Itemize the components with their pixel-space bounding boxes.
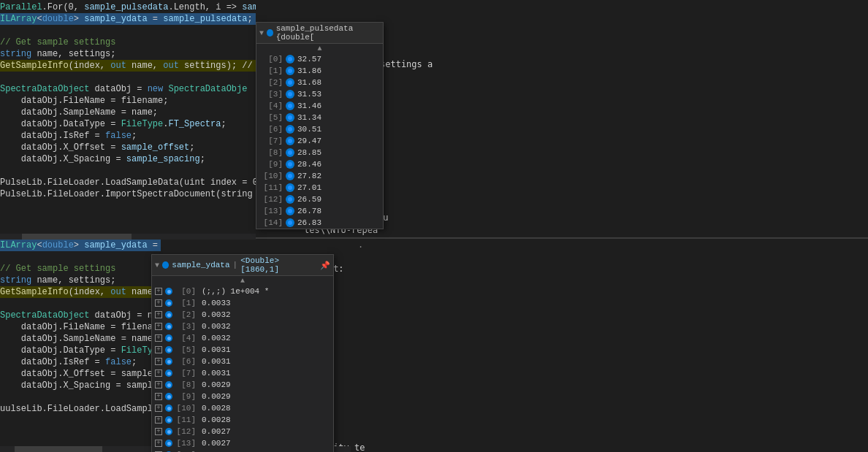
row-index: [4]	[175, 334, 196, 342]
scrollbar-thumb-top[interactable]	[22, 234, 132, 240]
expand-btn[interactable]: +	[155, 405, 162, 412]
tooltip-popup-2[interactable]: ▼ sample_ydata | <Double> [1860,1] 📌 ▲ +…	[151, 254, 334, 452]
tooltip-row: [11] 27.01	[256, 182, 383, 194]
bot-code-line-4: string name, settings;	[0, 275, 161, 286]
expand-btn[interactable]: +	[155, 346, 162, 353]
tooltip-scroll-1: [0] 32.57 [1] 31.86 [2] 31.68 [3] 31.53 …	[256, 53, 383, 229]
row-index: [8]	[175, 380, 196, 389]
tooltip-row: + [8] 0.0029	[152, 379, 333, 391]
expand-btn[interactable]: +	[155, 440, 162, 447]
row-index: [12]	[175, 427, 196, 436]
dot-icon	[286, 183, 294, 192]
tooltip-row: + [14] 0.0027	[152, 449, 333, 452]
row-index: [1]	[175, 299, 196, 307]
row-value: 31.46	[297, 101, 321, 110]
expand-btn[interactable]: +	[155, 428, 162, 435]
code-line-17: PulseLib.FileLoader.ImportSpectraDocumen…	[0, 188, 256, 200]
code-line-7	[0, 72, 256, 83]
expand-btn[interactable]: +	[155, 334, 162, 342]
row-index: [0]	[175, 287, 196, 296]
expand-btn[interactable]: +	[155, 369, 162, 377]
tooltip-row: + [11] 0.0028	[152, 414, 333, 426]
pin-icon[interactable]: 📌	[320, 261, 330, 270]
expand-btn[interactable]: +	[155, 358, 162, 365]
row-value: 31.34	[297, 113, 321, 122]
dot-icon	[286, 137, 294, 145]
code-line-6: GetSampleInfo(index, out name, out setti…	[0, 60, 256, 72]
bot-code-line-9: dataObj.SampleName = name;	[0, 333, 161, 345]
dot-icon	[286, 90, 294, 99]
row-value: 0.0028	[202, 404, 231, 413]
bot-code-line-10: dataObj.DataType = FileType.FT	[0, 345, 161, 356]
expand-btn[interactable]: +	[155, 381, 162, 388]
dot-icon	[165, 381, 172, 388]
code-line-1: Parallel.For(0, sample_pulsedata.Length,…	[0, 1, 256, 13]
code-line-3	[0, 25, 256, 37]
row-value: 31.86	[297, 66, 321, 75]
bot-code-line-1: ILArray<double> sample_ydata = sample_pu…	[0, 240, 161, 251]
dot-icon	[165, 405, 172, 412]
tooltip-row: [13] 26.78	[256, 205, 383, 217]
row-index: [5]	[175, 345, 196, 354]
row-value: (;,;) 1e+004 *	[202, 287, 269, 296]
tooltip-row: + [6] 0.0031	[152, 356, 333, 367]
row-value: 31.53	[297, 90, 321, 99]
row-index: [0]	[259, 55, 283, 64]
row-value: 27.01	[297, 183, 321, 192]
row-value: 28.46	[297, 160, 321, 169]
tooltip-header-2: ▼ sample_ydata | <Double> [1860,1] 📌	[152, 255, 333, 276]
dot-icon	[286, 218, 294, 227]
row-index: [13]	[175, 439, 196, 448]
tooltip-header-1: ▼ sample_pulsedata {double[	[256, 23, 383, 44]
dot-icon	[286, 55, 294, 64]
dot-icon	[286, 148, 294, 157]
tooltip-row: [2] 31.68	[256, 77, 383, 88]
scroll-up-1[interactable]: ▲	[256, 44, 383, 53]
dot-indicator-1	[267, 29, 273, 37]
row-index: [6]	[259, 125, 283, 134]
tooltip-row: [0] 32.57	[256, 53, 383, 65]
dot-icon	[165, 299, 172, 307]
tooltip-row: [3] 31.53	[256, 88, 383, 100]
expand-btn[interactable]: +	[155, 323, 162, 330]
expand-btn[interactable]: +	[155, 416, 162, 424]
dot-icon	[165, 369, 172, 377]
row-index: [10]	[175, 404, 196, 413]
code-line-5: string name, settings;	[0, 48, 256, 60]
tooltip-row: + [5] 0.0031	[152, 344, 333, 356]
dot-icon	[286, 207, 294, 215]
dot-icon	[286, 101, 294, 110]
scroll-up-2[interactable]: ▲	[152, 276, 333, 286]
row-index: [11]	[259, 183, 283, 192]
row-value: 0.0033	[202, 299, 231, 307]
expand-btn[interactable]: +	[155, 288, 162, 295]
tooltip-row: [10] 27.82	[256, 170, 383, 182]
dot-icon	[286, 195, 294, 204]
tooltip-row: + [4] 0.0032	[152, 332, 333, 344]
row-value: 31.68	[297, 78, 321, 87]
row-value: 0.0032	[202, 310, 231, 319]
tooltip-row: [8] 28.85	[256, 147, 383, 158]
row-value: 28.85	[297, 148, 321, 157]
code-line-15	[0, 165, 256, 177]
row-value: 26.78	[297, 207, 321, 215]
expand-btn[interactable]: +	[155, 311, 162, 318]
row-index: [7]	[175, 369, 196, 378]
expand-btn[interactable]: +	[155, 299, 162, 307]
row-index: [13]	[259, 207, 283, 215]
scrollbar-thumb-bottom[interactable]	[15, 446, 102, 452]
tooltip-title-2c: <Double> [1860,1]	[240, 256, 317, 274]
row-value: 0.0029	[202, 392, 231, 401]
expand-btn[interactable]: +	[155, 393, 162, 400]
bottom-code-section: ILArray<double> sample_ydata = sample_pu…	[0, 240, 161, 452]
tooltip-row: + [2] 0.0032	[152, 309, 333, 321]
top-right-text: settings a	[380, 58, 433, 70]
tooltip-popup-1[interactable]: ▼ sample_pulsedata {double[ ▲ [0] 32.57 …	[256, 22, 384, 229]
tooltip-row: [9] 28.46	[256, 158, 383, 170]
tooltip-row: + [9] 0.0029	[152, 391, 333, 402]
row-index: [9]	[175, 392, 196, 401]
scrollbar-h-top[interactable]	[0, 234, 256, 240]
expand-icon-2: ▼	[155, 261, 159, 269]
dot-icon	[165, 393, 172, 400]
dot-icon	[165, 428, 172, 435]
